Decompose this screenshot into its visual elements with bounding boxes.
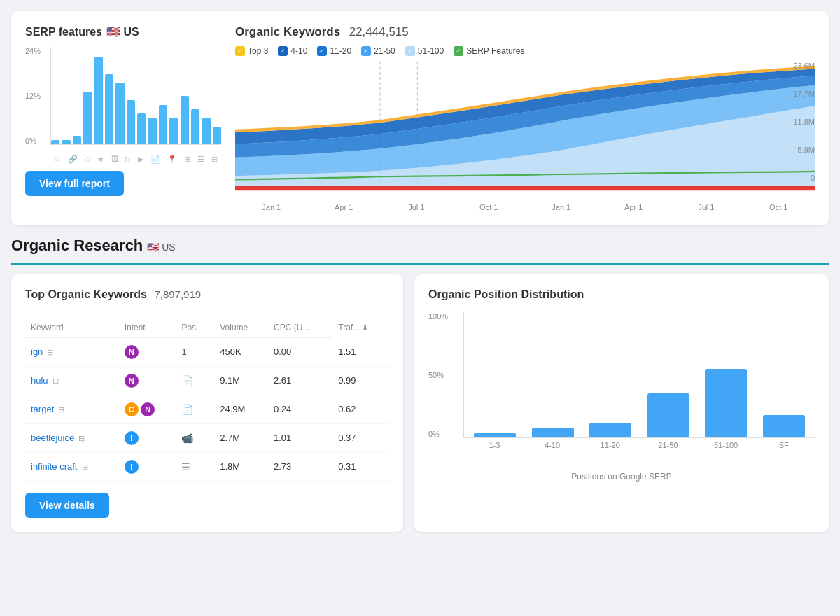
dist-bar (763, 415, 805, 438)
organic-keywords-title: Organic Keywords (235, 25, 340, 38)
col-intent: Intent (119, 318, 176, 337)
pos-icon: ☰ (181, 461, 190, 472)
position-dist-card: Organic Position Distribution 100% 50% 0… (414, 274, 829, 532)
chart-x-labels: Jan 1Apr 1Jul 1Oct 1Jan 1Apr 1Jul 1Oct 1 (235, 203, 815, 211)
serp-bar (137, 113, 146, 144)
icon-video: ▶ (138, 155, 144, 164)
serp-panel: SERP features 🇺🇸 US 24% 12% 0% ☆ 🔗 ◇ ★ 🖼… (25, 25, 221, 211)
keywords-table: Keyword Intent Pos. Volume CPC (U... Tra… (25, 318, 389, 482)
pos-icon: 📄 (181, 375, 193, 386)
serp-bars (50, 47, 221, 145)
dist-chart: 100% 50% 0% 1-34-1011-2021-5051-100SF (428, 312, 815, 466)
icon-map: 📍 (167, 155, 177, 164)
serp-bar (115, 83, 124, 144)
serp-bar (181, 96, 189, 144)
serp-bar (127, 100, 135, 144)
serp-bar (202, 118, 210, 144)
icon-link: 🔗 (68, 155, 78, 164)
table-row: ign ⊟N 1450K0.001.51 (25, 337, 389, 366)
keyword-link[interactable]: infinite craft (31, 461, 77, 472)
keyword-link[interactable]: hulu (31, 375, 48, 386)
dist-bar-group (643, 312, 694, 438)
keyword-link[interactable]: beetlejuice (31, 433, 74, 443)
intent-badge: N (125, 374, 139, 388)
serp-bar (94, 57, 103, 144)
col-keyword: Keyword (25, 318, 119, 337)
dist-y-labels: 100% 50% 0% (428, 312, 448, 438)
icon-list: ☰ (197, 155, 204, 164)
keywords-table-title: Top Organic Keywords 7,897,919 (25, 288, 389, 301)
pos-icon: 📄 (181, 404, 193, 415)
pos-icon: 📹 (181, 433, 193, 444)
serp-x-icons: ☆ 🔗 ◇ ★ 🖼 ▷ ▶ 📄 📍 ⊞ ☰ ⊟ (50, 150, 221, 164)
dist-bar-group (701, 312, 752, 438)
table-row: target ⊟C N 📄24.9M0.240.62 (25, 395, 389, 424)
area-chart: 23.6M 17.7M 11.8M 5.9M 0 (235, 62, 815, 202)
legend-item: ✓51-100 (405, 46, 444, 56)
organic-keywords-panel: Organic Keywords 22,444,515 ✓Top 3✓4-10✓… (235, 25, 815, 211)
icon-doc: 📄 (150, 155, 160, 164)
serp-chart: 24% 12% 0% (25, 47, 221, 145)
keyword-link[interactable]: ign (31, 346, 43, 357)
dist-caption: Positions on Google SERP (428, 472, 815, 482)
serp-y-labels: 24% 12% 0% (25, 47, 43, 145)
keywords-table-card: Top Organic Keywords 7,897,919 Keyword I… (11, 274, 403, 532)
dist-bar-group (759, 312, 810, 438)
serp-bar (213, 127, 221, 144)
dist-bar (705, 369, 747, 438)
icon-play: ▷ (125, 155, 131, 164)
legend-item: ✓11-20 (317, 46, 351, 56)
intent-badge: C (125, 402, 139, 416)
icon-grid: ⊞ (184, 155, 190, 164)
svg-rect-2 (235, 186, 815, 190)
dist-title: Organic Position Distribution (428, 288, 815, 301)
legend: ✓Top 3✓4-10✓11-20✓21-50✓51-100✓SERP Feat… (235, 46, 815, 56)
serp-bar (169, 118, 178, 144)
serp-title: SERP features 🇺🇸 US (25, 25, 221, 38)
organic-keywords-count: 22,444,515 (349, 25, 409, 38)
serp-bar (73, 136, 81, 145)
serp-bar (148, 118, 156, 144)
dist-bar (589, 423, 631, 438)
organic-research-flag: 🇺🇸 US (147, 241, 175, 253)
col-volume: Volume (214, 318, 268, 337)
legend-item: ✓SERP Features (454, 46, 524, 56)
legend-item: ✓Top 3 (235, 46, 268, 56)
serp-bar (105, 74, 113, 144)
dist-bars (463, 312, 815, 438)
dist-bar (474, 433, 516, 438)
col-pos: Pos. (176, 318, 214, 337)
icon-shield: ☆ (54, 155, 61, 164)
serp-bar (191, 109, 200, 144)
organic-research-title: Organic Research (11, 237, 143, 255)
table-row: infinite craft ⊟I ☰1.8M2.730.31 (25, 452, 389, 481)
icon-diamond: ◇ (85, 155, 90, 164)
dist-bar-group (470, 312, 521, 438)
dist-bar-group (585, 312, 636, 438)
bottom-grid: Top Organic Keywords 7,897,919 Keyword I… (11, 274, 829, 532)
view-details-button[interactable]: View details (25, 493, 109, 518)
icon-table: ⊟ (211, 155, 218, 164)
intent-badge: N (141, 402, 155, 416)
legend-item: ✓21-50 (361, 46, 396, 56)
organic-research-section: Organic Research 🇺🇸 US (11, 237, 829, 265)
keywords-count: 7,897,919 (154, 288, 201, 300)
table-row: beetlejuice ⊟I 📹2.7M1.010.37 (25, 424, 389, 452)
area-y-labels: 23.6M 17.7M 11.8M 5.9M 0 (781, 62, 815, 182)
dist-bar (532, 428, 574, 438)
serp-bar (83, 92, 92, 144)
col-cpc: CPC (U... (268, 318, 332, 337)
keyword-link[interactable]: target (31, 404, 54, 414)
intent-badge: N (125, 345, 139, 359)
serp-bar (62, 140, 70, 144)
serp-title-text: SERP features (25, 26, 102, 38)
dist-bar-group (528, 312, 579, 438)
legend-item: ✓4-10 (278, 46, 307, 56)
serp-flag: 🇺🇸 US (106, 25, 139, 38)
dist-x-labels: 1-34-1011-2021-5051-100SF (463, 441, 815, 449)
serp-bar (51, 140, 59, 144)
icon-image: 🖼 (111, 155, 119, 164)
view-full-report-button[interactable]: View full report (25, 171, 124, 196)
intent-badge: I (125, 431, 139, 445)
table-row: hulu ⊟N 📄9.1M2.610.99 (25, 366, 389, 395)
